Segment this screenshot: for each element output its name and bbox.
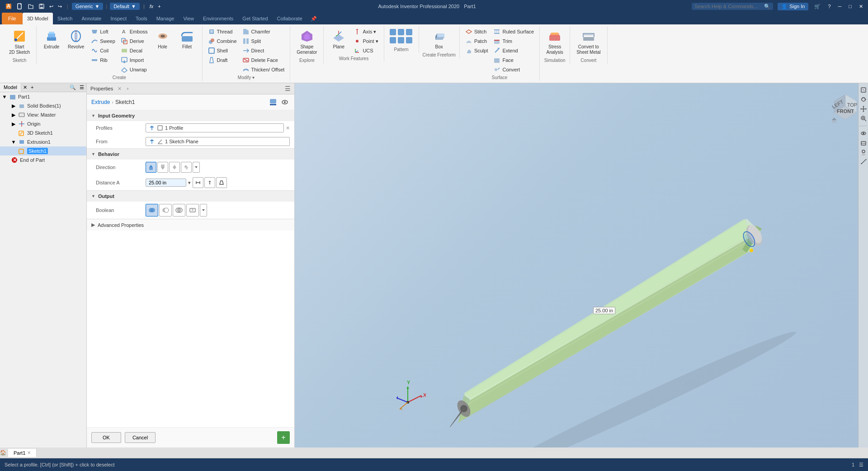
- plane-btn[interactable]: Plane: [327, 27, 350, 52]
- formula-btn[interactable]: fx: [148, 3, 155, 9]
- tab-sketch[interactable]: Sketch: [53, 13, 77, 24]
- box-btn[interactable]: Box: [428, 27, 450, 52]
- sculpt-btn[interactable]: Sculpt: [463, 46, 490, 55]
- tree-item-view-master[interactable]: ▶ View: Master: [0, 110, 86, 119]
- face-btn[interactable]: Face: [491, 56, 536, 65]
- ribbon-expand-btn[interactable]: 📌: [311, 16, 317, 22]
- open-btn[interactable]: [26, 3, 35, 10]
- decal-btn[interactable]: Decal: [119, 46, 150, 55]
- close-properties-tab[interactable]: ✕: [118, 86, 122, 92]
- tree-item-part1[interactable]: ▼ Part1: [0, 92, 86, 101]
- breadcrumb-parent[interactable]: Extrude: [91, 99, 110, 105]
- undo-btn[interactable]: ↩: [48, 3, 55, 10]
- tab-file[interactable]: File: [2, 13, 23, 24]
- tree-item-3d-sketch1[interactable]: 3D Sketch1: [0, 128, 86, 137]
- stitch-btn[interactable]: Stitch: [463, 27, 490, 36]
- convert-surface-btn[interactable]: Convert: [491, 65, 536, 74]
- bool-new-solid-btn[interactable]: +: [186, 204, 199, 217]
- unwrap-btn[interactable]: Unwrap: [119, 65, 150, 74]
- patch-btn[interactable]: Patch: [463, 37, 490, 46]
- bottom-tab-part1[interactable]: Part1 ✕: [8, 449, 37, 457]
- close-btn[interactable]: ✕: [858, 3, 864, 10]
- tree-item-solid-bodies[interactable]: ▶ Solid Bodies(1): [0, 101, 86, 110]
- stress-analysis-btn[interactable]: StressAnalysis: [543, 27, 566, 57]
- derive-btn[interactable]: Derive: [119, 37, 150, 46]
- app-menu-btn[interactable]: A: [4, 2, 14, 10]
- add-properties-tab[interactable]: +: [126, 86, 129, 91]
- template-selector[interactable]: Default ▼: [110, 3, 140, 10]
- tree-item-sketch1[interactable]: Sketch1: [0, 146, 86, 155]
- close-model-tab[interactable]: ✕: [21, 83, 29, 92]
- dir-btn-backward[interactable]: [157, 162, 168, 173]
- symmetric-measure-btn[interactable]: [193, 177, 203, 188]
- hole-btn[interactable]: Hole: [151, 27, 174, 52]
- home-btn[interactable]: 🏠: [0, 450, 6, 456]
- ok-button[interactable]: OK: [91, 432, 121, 443]
- extrude-btn[interactable]: Extrude: [40, 27, 63, 52]
- vp-pan-btn[interactable]: [859, 105, 868, 113]
- viewport[interactable]: 25.00 in FRONT LEFT TOP: [295, 83, 868, 447]
- profiles-selector[interactable]: 1 Profile: [146, 123, 284, 132]
- from-selector[interactable]: 1 Sketch Plane: [146, 137, 290, 146]
- direct-btn[interactable]: Direct: [241, 46, 287, 55]
- coil-btn[interactable]: Coil: [89, 46, 117, 55]
- delete-face-btn[interactable]: Delete Face: [241, 56, 287, 65]
- shape-generator-btn[interactable]: ShapeGenerator: [294, 27, 320, 57]
- extend-btn[interactable]: Extend: [491, 46, 536, 55]
- search-input[interactable]: [692, 3, 773, 10]
- rib-btn[interactable]: Rib: [89, 56, 117, 65]
- tab-annotate[interactable]: Annotate: [77, 13, 106, 24]
- profiles-clear-btn[interactable]: ✕: [286, 125, 290, 131]
- help-btn[interactable]: ?: [826, 3, 832, 9]
- dir-dropdown-btn[interactable]: [193, 162, 200, 173]
- axis-btn[interactable]: Axis ▾: [352, 27, 380, 36]
- point-btn[interactable]: Point ▾: [352, 37, 380, 46]
- close-part1-tab[interactable]: ✕: [27, 450, 31, 455]
- tab-environments[interactable]: Environments: [198, 13, 238, 24]
- split-btn[interactable]: Split: [241, 37, 287, 46]
- advanced-properties-section[interactable]: ▶ Advanced Properties: [87, 219, 294, 231]
- vp-zoom-fit-btn[interactable]: [859, 86, 868, 94]
- input-geometry-header[interactable]: ▼ Input Geometry: [87, 110, 294, 121]
- maximize-btn[interactable]: □: [847, 3, 853, 9]
- fillet-btn[interactable]: Fillet: [176, 27, 198, 52]
- add-button[interactable]: +: [277, 431, 290, 444]
- add-panel-tab[interactable]: +: [29, 83, 35, 92]
- properties-options-btn[interactable]: ☰: [285, 85, 291, 92]
- extra-btn[interactable]: +: [156, 3, 162, 9]
- model-options-btn[interactable]: ☰: [78, 84, 85, 91]
- vp-section-btn[interactable]: [859, 139, 868, 147]
- status-expand-btn[interactable]: ☰: [859, 462, 863, 468]
- cart-icon[interactable]: 🛒: [813, 3, 822, 10]
- ruled-surface-btn[interactable]: Ruled Surface: [491, 27, 536, 36]
- tab-collaborate[interactable]: Collaborate: [273, 13, 307, 24]
- trim-btn[interactable]: Trim: [491, 37, 536, 46]
- minimize-btn[interactable]: ─: [837, 3, 843, 9]
- tab-3d-model[interactable]: 3D Model: [23, 13, 53, 24]
- vp-zoom-btn[interactable]: [859, 114, 868, 122]
- thread-btn[interactable]: Thread: [206, 27, 239, 36]
- output-header[interactable]: ▼ Output: [87, 191, 294, 202]
- bool-join-btn[interactable]: [146, 204, 158, 217]
- cancel-button[interactable]: Cancel: [125, 432, 156, 443]
- bool-intersect-btn[interactable]: [173, 204, 185, 217]
- distance-input[interactable]: [146, 179, 186, 187]
- chamfer-btn[interactable]: Chamfer: [241, 27, 287, 36]
- sweep-btn[interactable]: Sweep: [89, 37, 117, 46]
- sign-in-btn[interactable]: 👤 Sign In: [778, 3, 808, 10]
- draft-btn[interactable]: Draft: [206, 56, 239, 65]
- ucs-btn[interactable]: UCS: [352, 46, 380, 55]
- tab-get-started[interactable]: Get Started: [238, 13, 272, 24]
- workspace-selector[interactable]: Generic ▼: [72, 3, 103, 10]
- convert-sheet-metal-btn[interactable]: Convert toSheet Metal: [574, 27, 603, 57]
- tab-tools[interactable]: Tools: [131, 13, 152, 24]
- dir-btn-forward[interactable]: [146, 162, 156, 173]
- start-2d-sketch-btn[interactable]: Start2D Sketch: [6, 27, 33, 57]
- shell-btn[interactable]: Shell: [206, 46, 239, 55]
- tree-item-end-of-part[interactable]: ✕ End of Part: [0, 155, 86, 165]
- dir-btn-asymmetric[interactable]: [181, 162, 192, 173]
- feature-color-btn[interactable]: [268, 97, 278, 107]
- vp-measure-btn[interactable]: [859, 158, 868, 166]
- revolve-btn[interactable]: Revolve: [65, 27, 87, 52]
- tab-manage[interactable]: Manage: [152, 13, 179, 24]
